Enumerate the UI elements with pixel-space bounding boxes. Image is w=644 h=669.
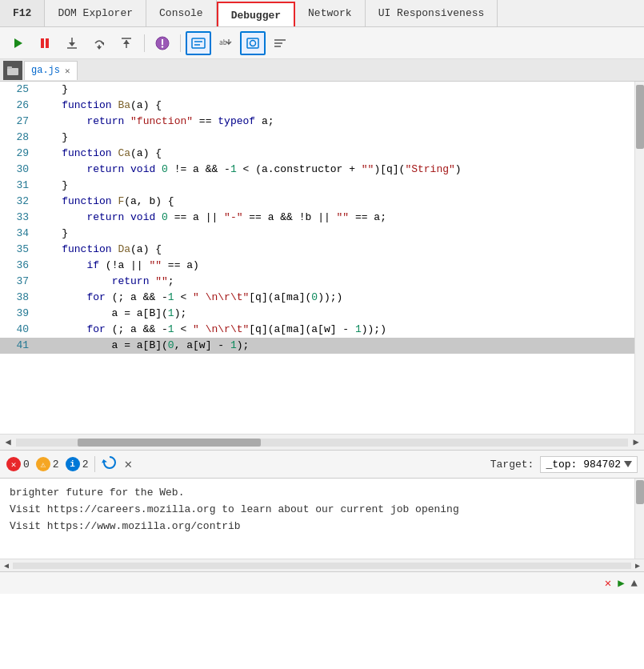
tab-network[interactable]: Network [295, 0, 366, 26]
code-line-29: 29 function Ca(a) { [0, 146, 634, 162]
console-line-3: Visit https://careers.mozilla.org to lea… [10, 502, 625, 519]
toolbar: ab [0, 27, 644, 59]
error-badge[interactable]: ✕ 0 [6, 457, 30, 471]
more-button[interactable] [267, 31, 293, 55]
code-line-38: 38 for (; a && -1 < " \n\r\t"[q](a[ma](0… [0, 290, 634, 306]
bottom-hscroll-right[interactable]: ▶ [631, 561, 644, 571]
target-label: Target: [490, 459, 534, 471]
hscroll-thumb[interactable] [78, 439, 262, 447]
status-bar: ✕ 0 ⚠ 2 i 2 ✕ Target: _top: 984702 [0, 450, 644, 479]
svg-marker-10 [123, 40, 130, 44]
code-hscrollbar[interactable]: ◀ ▶ [0, 434, 644, 450]
svg-marker-4 [69, 42, 75, 46]
svg-rect-15 [192, 38, 205, 48]
warn-badge[interactable]: ⚠ 2 [36, 457, 59, 471]
code-line-33: 33 return void 0 == a || "-" == a && !b … [0, 210, 634, 226]
svg-rect-1 [41, 38, 44, 48]
console-line-4: Visit https://www.mozilla.org/contrib [10, 519, 625, 535]
code-lines: 25 } 26 function Ba(a) { 27 return "func… [0, 82, 634, 354]
step-out-button[interactable] [114, 31, 139, 55]
clear-button[interactable]: ✕ [124, 456, 132, 472]
svg-point-14 [162, 46, 163, 47]
file-tab-ga-js[interactable]: ga.js ✕ [24, 61, 78, 80]
play-button[interactable] [5, 31, 30, 55]
console-area[interactable]: brighter future for the Web. Visit https… [0, 479, 634, 559]
code-line-36: 36 if (!a || "" == a) [0, 258, 634, 274]
code-line-34: 34 } [0, 226, 634, 242]
tab-dom-explorer[interactable]: DOM Explorer [45, 0, 146, 26]
tab-f12[interactable]: F12 [0, 0, 45, 26]
warn-count: 2 [53, 459, 59, 471]
bottom-close-button[interactable]: ✕ [605, 576, 611, 590]
target-value: _top: 984702 [546, 459, 621, 471]
bottom-hscrollbar[interactable]: ◀ ▶ [0, 559, 644, 571]
refresh-button[interactable] [102, 455, 118, 475]
svg-marker-27 [624, 461, 632, 467]
info-icon: i [66, 457, 80, 471]
code-area: 25 } 26 function Ba(a) { 27 return "func… [0, 82, 644, 434]
code-vscrollbar-thumb[interactable] [636, 85, 644, 149]
code-line-32: 32 function F(a, b) { [0, 194, 634, 210]
warn-icon: ⚠ [36, 457, 50, 471]
code-line-26: 26 function Ba(a) { [0, 98, 634, 114]
console-vscrollbar[interactable] [634, 479, 644, 559]
bottom-hscroll-track[interactable] [13, 563, 631, 569]
code-line-30: 30 return void 0 != a && -1 < (a.constru… [0, 162, 634, 178]
code-line-41: 41 a = a[B](0, a[w] - 1); [0, 338, 634, 354]
svg-marker-8 [97, 46, 102, 50]
step-into-button[interactable] [59, 31, 85, 55]
bottom-toolbar: ✕ ▶ ▲ [0, 571, 644, 594]
pretty-print-button[interactable]: ab [213, 31, 238, 55]
console-vscrollbar-thumb[interactable] [636, 480, 644, 504]
tab-console[interactable]: Console [146, 0, 217, 26]
info-badge[interactable]: i 2 [66, 457, 89, 471]
bottom-up-button[interactable]: ▲ [631, 577, 638, 590]
target-select[interactable]: _top: 984702 [540, 456, 638, 473]
step-over-button[interactable] [86, 31, 112, 55]
file-tab-close[interactable]: ✕ [65, 66, 70, 76]
svg-point-20 [250, 40, 256, 46]
toolbar-sep-2 [180, 34, 181, 52]
console-line-1: brighter future for the Web. [10, 485, 625, 502]
code-scroll[interactable]: 25 } 26 function Ba(a) { 27 return "func… [0, 82, 634, 434]
bottom-play-button[interactable]: ▶ [618, 576, 624, 590]
code-vscrollbar[interactable] [634, 82, 644, 434]
breakpoints-button[interactable] [186, 31, 211, 55]
tab-ui-responsiveness[interactable]: UI Responsiveness [366, 0, 498, 26]
file-tabs: ga.js ✕ [0, 59, 644, 82]
error-icon: ✕ [6, 457, 21, 471]
code-line-25: 25 } [0, 82, 634, 98]
code-line-31: 31 } [0, 178, 634, 194]
hscroll-track[interactable] [16, 439, 628, 447]
bottom-hscroll-left[interactable]: ◀ [0, 561, 13, 571]
hscroll-right-button[interactable]: ▶ [628, 436, 644, 448]
file-tab-label: ga.js [31, 65, 60, 76]
tab-bar: F12 DOM Explorer Console Debugger Networ… [0, 0, 644, 27]
svg-marker-6 [101, 42, 104, 46]
code-line-39: 39 a = a[B](1); [0, 306, 634, 322]
svg-marker-0 [14, 38, 22, 48]
file-folder-icon[interactable] [3, 61, 22, 80]
tab-debugger[interactable]: Debugger [217, 2, 295, 26]
code-line-35: 35 function Da(a) { [0, 242, 634, 258]
console-row: brighter future for the Web. Visit https… [0, 479, 644, 559]
error-count: 0 [23, 459, 30, 471]
pause-button[interactable] [32, 31, 58, 55]
code-line-37: 37 return ""; [0, 274, 634, 290]
code-line-27: 27 return "function" == typeof a; [0, 114, 634, 130]
svg-text:ab: ab [219, 39, 227, 46]
code-line-40: 40 for (; a && -1 < " \n\r\t"[q](a[ma](a… [0, 322, 634, 338]
status-sep-1 [94, 456, 95, 472]
hscroll-left-button[interactable]: ◀ [0, 436, 16, 448]
highlight-element-button[interactable] [240, 31, 266, 55]
svg-rect-25 [7, 66, 12, 69]
svg-rect-24 [7, 68, 18, 75]
toolbar-sep-1 [144, 34, 145, 52]
svg-rect-2 [46, 38, 49, 48]
svg-marker-26 [102, 459, 107, 463]
info-count: 2 [82, 459, 89, 471]
code-line-28: 28 } [0, 130, 634, 146]
break-exceptions-button[interactable] [150, 31, 175, 55]
